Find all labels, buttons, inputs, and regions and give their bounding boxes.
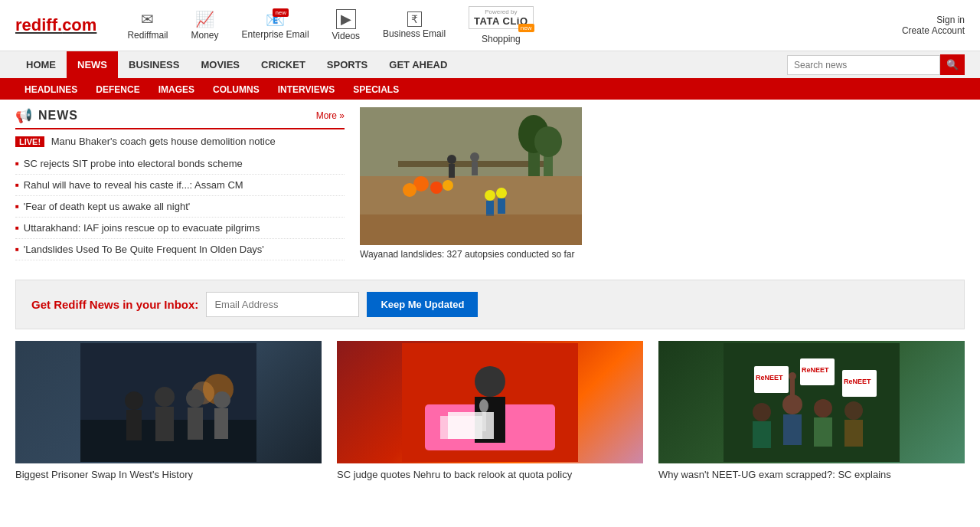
logo-text-red: com — [62, 15, 96, 34]
nav-item-get-ahead[interactable]: GET AHEAD — [378, 51, 458, 78]
svg-point-46 — [753, 403, 771, 421]
card-2: ReNEET ReNEET ReNEET — [658, 341, 965, 482]
card-1-title: SC judge quotes Nehru to back relook at … — [337, 468, 643, 482]
subnav-interviews[interactable]: INTERVIEWS — [269, 80, 344, 100]
envelope-icon: ✉ — [141, 10, 154, 28]
svg-point-23 — [125, 391, 143, 410]
news-item-link-3[interactable]: Uttarakhand: IAF joins rescue op to evac… — [24, 222, 260, 234]
header-link-rediffmail[interactable]: ✉ Rediffmail — [127, 10, 168, 41]
chart-icon: 📈 — [195, 10, 214, 28]
nav-item-home[interactable]: HOME — [15, 51, 67, 78]
svg-point-52 — [844, 401, 863, 420]
svg-point-5 — [470, 152, 479, 162]
svg-point-55 — [789, 372, 796, 380]
svg-rect-4 — [449, 164, 455, 178]
news-list-item: Rahul will have to reveal his caste if..… — [15, 175, 345, 196]
header-link-money[interactable]: 📈 Money — [191, 10, 219, 41]
svg-rect-28 — [188, 408, 203, 440]
news-item-link-0[interactable]: SC rejects SIT probe into electoral bond… — [24, 158, 243, 169]
video-icon: ▶ — [336, 9, 356, 29]
svg-rect-51 — [814, 417, 832, 447]
svg-rect-18 — [498, 198, 505, 214]
card-0-image-svg — [80, 343, 256, 462]
svg-rect-16 — [486, 201, 494, 216]
news-item-link-2[interactable]: 'Fear of death kept us awake all night' — [24, 201, 190, 212]
svg-text:ReNEET: ReNEET — [844, 378, 871, 385]
left-column: 📢 NEWS More » LIVE! Manu Bhaker's coach … — [15, 107, 345, 260]
news-bell-icon: 📢 — [15, 107, 32, 124]
nav-item-movies[interactable]: MOVIES — [190, 51, 250, 78]
header-links: ✉ Rediffmail 📈 Money 📧 new Enterprise Em… — [127, 6, 902, 44]
search-input[interactable] — [787, 55, 940, 75]
card-2-link[interactable]: ReNEET ReNEET ReNEET — [658, 341, 965, 463]
nav-item-news[interactable]: NEWS — [67, 51, 118, 78]
sub-nav: HEADLINES DEFENCE IMAGES COLUMNS INTERVI… — [0, 80, 980, 100]
header-link-videos[interactable]: ▶ Videos — [332, 9, 360, 41]
card-1-link[interactable] — [337, 341, 643, 463]
signin-link[interactable]: Sign in — [936, 15, 965, 25]
svg-rect-6 — [472, 162, 478, 175]
svg-point-33 — [475, 366, 505, 397]
feature-caption: Wayanad landslides: 327 autopsies conduc… — [360, 249, 965, 260]
header-link-shopping[interactable]: Powered by TATA CLiQ new Shopping — [469, 6, 533, 44]
card-2-title: Why wasn't NEET-UG exam scrapped?: SC ex… — [658, 468, 965, 482]
news-section-header: 📢 NEWS More » — [15, 107, 345, 129]
subscribe-label-colored: Get Rediff News — [31, 298, 119, 311]
svg-point-15 — [485, 190, 495, 201]
search-button[interactable]: 🔍 — [940, 54, 965, 75]
card-1-image-svg — [402, 343, 578, 462]
header-link-shopping-label: Shopping — [482, 34, 521, 44]
subnav-columns[interactable]: COLUMNS — [204, 80, 269, 100]
subnav-headlines[interactable]: HEADLINES — [15, 80, 87, 100]
logo[interactable]: rediff.com — [15, 15, 96, 35]
svg-point-27 — [186, 389, 204, 408]
subscribe-label-rest: in your Inbox: — [119, 298, 198, 311]
svg-rect-1 — [360, 176, 582, 245]
nav-item-business[interactable]: BUSINESS — [118, 51, 190, 78]
svg-rect-24 — [126, 410, 142, 440]
header-link-enterprise-email[interactable]: 📧 new Enterprise Email — [242, 11, 309, 40]
news-list-item: Uttarakhand: IAF joins rescue op to evac… — [15, 218, 345, 239]
svg-rect-26 — [155, 407, 174, 441]
header-link-business-email-label: Business Email — [383, 28, 446, 39]
svg-point-10 — [443, 180, 453, 191]
live-item-link[interactable]: Manu Bhaker's coach gets house demolitio… — [51, 136, 276, 147]
svg-point-17 — [496, 188, 507, 198]
header-link-money-label: Money — [191, 30, 219, 41]
card-0: Biggest Prisoner Swap In West's History — [15, 341, 322, 482]
card-0-image — [15, 341, 322, 463]
email-address-input[interactable] — [206, 292, 359, 317]
svg-point-50 — [814, 399, 832, 417]
card-grid-section: Biggest Prisoner Swap In West's History — [0, 341, 980, 482]
header-link-business-email[interactable]: ₹ Business Email — [383, 11, 446, 39]
svg-point-25 — [155, 387, 175, 407]
news-section-title: NEWS — [38, 109, 78, 123]
svg-rect-49 — [783, 414, 802, 445]
news-more-link[interactable]: More » — [316, 110, 345, 121]
svg-text:ReNEET: ReNEET — [756, 374, 783, 381]
logo-text-black: rediff — [15, 15, 57, 34]
news-item-link-1[interactable]: Rahul will have to reveal his caste if..… — [24, 179, 243, 191]
subscribe-label: Get Rediff News in your Inbox: — [31, 298, 198, 311]
rupee-icon: ₹ — [407, 11, 422, 27]
subnav-specials[interactable]: SPECIALS — [344, 80, 408, 100]
keep-me-updated-button[interactable]: Keep Me Updated — [367, 292, 478, 317]
nav-item-sports[interactable]: SPORTS — [316, 51, 378, 78]
card-1: SC judge quotes Nehru to back relook at … — [337, 341, 643, 482]
card-0-link[interactable] — [15, 341, 322, 463]
nav-item-cricket[interactable]: CRICKET — [250, 51, 316, 78]
svg-text:ReNEET: ReNEET — [802, 366, 829, 374]
subnav-images[interactable]: IMAGES — [149, 80, 204, 100]
header-link-videos-label: Videos — [332, 31, 360, 41]
subnav-defence[interactable]: DEFENCE — [87, 80, 149, 100]
right-column: Wayanad landslides: 327 autopsies conduc… — [360, 107, 965, 260]
main-nav: HOME NEWS BUSINESS MOVIES CRICKET SPORTS… — [0, 51, 980, 80]
live-item: LIVE! Manu Bhaker's coach gets house dem… — [15, 136, 345, 147]
powered-by-text: Powered by — [485, 8, 517, 15]
news-list-item: 'Fear of death kept us awake all night' — [15, 196, 345, 218]
enterprise-new-badge: new — [273, 8, 289, 17]
svg-rect-30 — [214, 408, 228, 439]
news-item-link-4[interactable]: 'Landslides Used To Be Quite Frequent In… — [24, 244, 264, 255]
create-account-link[interactable]: Create Account — [902, 25, 965, 36]
svg-rect-2 — [398, 161, 544, 167]
